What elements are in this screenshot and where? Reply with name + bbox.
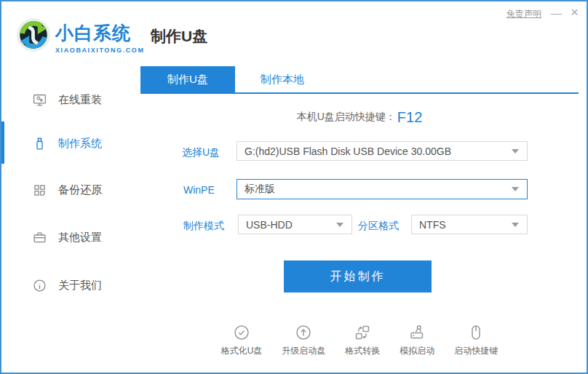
boot-hotkey-value: F12 — [397, 109, 422, 126]
usb-drive-icon — [32, 136, 47, 151]
sidebar-item-label: 关于我们 — [58, 279, 102, 293]
app-logo-icon — [16, 17, 51, 52]
winpe-value: 标准版 — [245, 183, 275, 196]
tool-format-usb[interactable]: 格式化U盘 — [221, 324, 263, 357]
tool-boot-hotkey[interactable]: 启动快捷键 — [454, 324, 498, 357]
usb-select-label: 选择U盘 — [182, 146, 220, 159]
tools-row: 格式化U盘 升级启动盘 格式转换 — [140, 324, 579, 357]
boot-hotkey-prefix: 本机U盘启动快捷键： — [297, 111, 396, 124]
briefcase-icon — [32, 230, 47, 245]
chevron-down-icon — [512, 223, 519, 227]
tool-label: 升级启动盘 — [282, 345, 325, 357]
sidebar-item-other-settings[interactable]: 其他设置 — [1, 223, 142, 252]
tool-format-convert[interactable]: 格式转换 — [345, 324, 380, 357]
winpe-dropdown[interactable]: 标准版 — [237, 179, 528, 199]
tab-make-usb[interactable]: 制作U盘 — [140, 66, 235, 92]
stamp-icon — [408, 324, 426, 341]
chevron-down-icon — [512, 149, 519, 154]
sidebar-item-label: 其他设置 — [58, 231, 102, 244]
sidebar-item-backup-restore[interactable]: 备份还原 — [1, 175, 142, 204]
brand-domain: XIAOBAIXITONG.COM — [55, 47, 145, 54]
tabbar: 制作U盘 制作本地 — [140, 66, 579, 94]
chevron-down-icon — [336, 223, 343, 227]
tool-label: 模拟启动 — [400, 345, 434, 357]
minimize-button[interactable]: — — [551, 7, 562, 18]
sidebar-item-label: 制作系统 — [58, 137, 102, 151]
grid-icon — [32, 183, 47, 198]
brand-name: 小白系统 — [55, 21, 145, 45]
tool-upgrade-boot-disk[interactable]: 升级启动盘 — [282, 324, 325, 357]
make-mode-label: 制作模式 — [183, 220, 224, 233]
sidebar-item-label: 备份还原 — [58, 183, 102, 197]
usb-select-dropdown[interactable]: G:(hd2)USB Flash Disk USB Device 30.00GB — [237, 141, 528, 161]
monitor-icon — [32, 92, 47, 108]
winpe-label: WinPE — [183, 184, 215, 196]
mouse-icon — [467, 324, 485, 341]
start-make-button[interactable]: 开始制作 — [284, 260, 432, 293]
make-mode-value: USB-HDD — [246, 219, 293, 231]
tool-simulate-boot[interactable]: 模拟启动 — [400, 324, 434, 357]
sidebar-item-online-reinstall[interactable]: 在线重装 — [1, 85, 142, 114]
arrow-up-circle-icon — [295, 324, 312, 341]
tool-label: 格式转换 — [345, 345, 380, 357]
sidebar-item-make-system[interactable]: 制作系统 — [1, 129, 142, 158]
sidebar-item-label: 在线重装 — [58, 93, 102, 107]
make-mode-dropdown[interactable]: USB-HDD — [238, 215, 352, 234]
check-circle-icon — [233, 324, 250, 341]
info-icon — [32, 278, 47, 293]
partition-format-label: 分区格式 — [358, 220, 399, 233]
partition-format-dropdown[interactable]: NTFS — [411, 215, 528, 234]
partition-format-value: NTFS — [419, 219, 446, 231]
tab-make-local[interactable]: 制作本地 — [235, 66, 330, 92]
disclaimer-link[interactable]: 免责声明 — [506, 8, 541, 20]
close-button[interactable]: × — [571, 5, 579, 19]
brand: 小白系统 XIAOBAIXITONG.COM — [55, 21, 145, 54]
sidebar-item-about-us[interactable]: 关于我们 — [1, 271, 142, 300]
tool-label: 启动快捷键 — [454, 345, 498, 357]
tool-label: 格式化U盘 — [221, 345, 263, 357]
convert-icon — [354, 324, 371, 341]
usb-select-value: G:(hd2)USB Flash Disk USB Device 30.00GB — [245, 146, 451, 157]
app-window: 免责声明 — × 小白系统 XIAOBAIXITONG.COM 制作U盘 在线重… — [0, 0, 588, 374]
boot-hotkey-hint: 本机U盘启动快捷键： F12 — [140, 108, 579, 127]
page-title: 制作U盘 — [151, 26, 207, 47]
chevron-down-icon — [512, 187, 519, 191]
